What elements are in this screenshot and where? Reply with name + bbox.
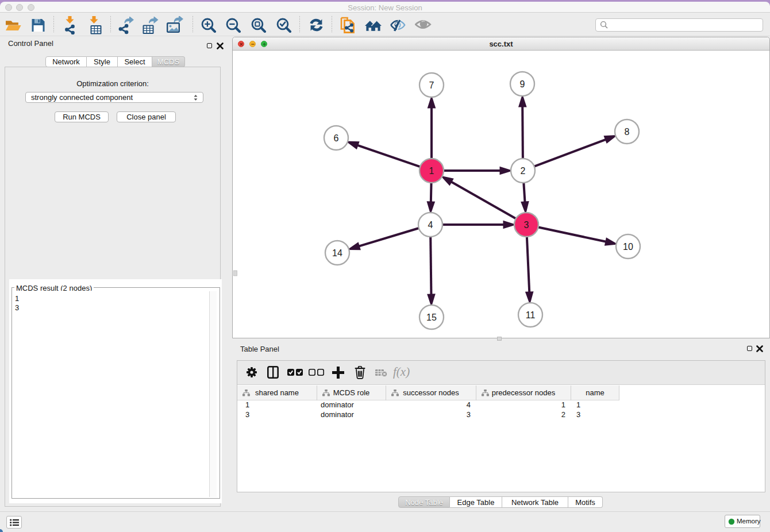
svg-text:15: 15 — [426, 313, 437, 322]
svg-text:8: 8 — [625, 127, 630, 137]
svg-text:2: 2 — [521, 166, 526, 176]
svg-text:10: 10 — [623, 242, 633, 252]
svg-text:3: 3 — [524, 220, 529, 230]
svg-text:4: 4 — [428, 220, 433, 230]
svg-text:9: 9 — [520, 79, 525, 89]
svg-text:f(x): f(x) — [393, 366, 410, 379]
svg-text:1: 1 — [429, 166, 434, 176]
svg-text:6: 6 — [334, 133, 339, 143]
svg-text:14: 14 — [332, 248, 342, 258]
svg-text:11: 11 — [526, 310, 536, 320]
svg-text:7: 7 — [429, 80, 434, 90]
